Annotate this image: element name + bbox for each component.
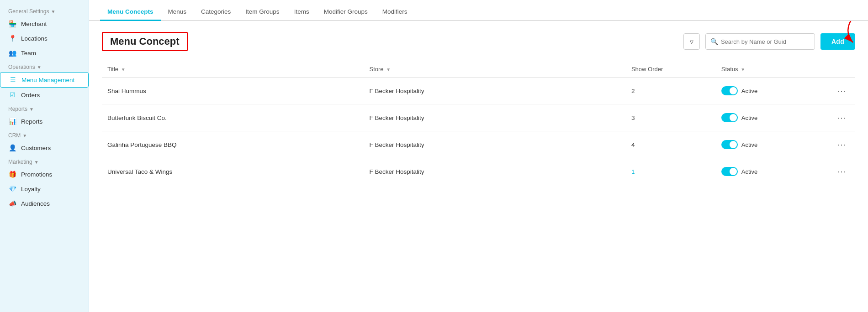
status-toggle-2[interactable]	[721, 140, 738, 149]
cell-actions-0: ⋯	[828, 78, 855, 104]
sidebar-item-audiences[interactable]: 📣Audiences	[0, 196, 89, 211]
cell-show-order-3[interactable]: 1	[626, 158, 716, 185]
cell-title-0: Shai Hummus	[102, 78, 364, 104]
sidebar-item-merchant[interactable]: 🏪Merchant	[0, 16, 89, 31]
add-button[interactable]: Add	[820, 33, 855, 50]
status-toggle-0[interactable]	[721, 86, 738, 95]
more-actions-button-2[interactable]: ⋯	[834, 138, 850, 151]
cell-show-order-0: 2	[626, 78, 716, 104]
sidebar-item-orders[interactable]: ☑Orders	[0, 88, 89, 102]
col-header-store[interactable]: Store ▼	[364, 62, 625, 78]
cell-status-3: Active	[716, 158, 828, 185]
status-toggle-3[interactable]	[721, 167, 738, 176]
cell-actions-2: ⋯	[828, 131, 855, 158]
header-actions: ▿ 🔍 Add	[683, 33, 855, 50]
col-header-status[interactable]: Status ▼	[716, 62, 828, 78]
filter-button[interactable]: ▿	[683, 33, 700, 50]
merchant-icon: 🏪	[8, 20, 16, 28]
sidebar-section-general-settings[interactable]: General Settings ▼	[0, 5, 89, 16]
chevron-icon: ▼	[34, 160, 39, 165]
search-icon: 🔍	[710, 38, 718, 45]
sidebar-item-label-promotions: Promotions	[21, 171, 52, 178]
cell-show-order-1: 3	[626, 104, 716, 131]
sidebar-section-operations[interactable]: Operations ▼	[0, 60, 89, 72]
status-label-2: Active	[741, 141, 757, 148]
audiences-icon: 📣	[8, 199, 16, 208]
sidebar-item-reports[interactable]: 📊Reports	[0, 114, 89, 129]
tab-menus[interactable]: Menus	[161, 3, 194, 21]
chevron-icon: ▼	[22, 133, 27, 138]
page-title: Menu Concept	[110, 36, 180, 47]
cell-title-3: Universal Taco & Wings	[102, 158, 364, 185]
more-actions-button-1[interactable]: ⋯	[834, 111, 850, 125]
table-row: Shai HummusF Becker Hospitality2 Active …	[102, 78, 855, 104]
page-title-box: Menu Concept	[102, 32, 188, 51]
sidebar-item-label-menu-management: Menu Management	[21, 77, 74, 83]
chevron-icon: ▼	[29, 107, 34, 112]
cell-store-0: F Becker Hospitality	[364, 78, 625, 104]
cell-title-2: Galinha Portuguese BBQ	[102, 131, 364, 158]
menu-management-icon: ☰	[9, 76, 17, 84]
locations-icon: 📍	[8, 34, 16, 42]
loyalty-icon: 💎	[8, 185, 16, 193]
status-label-1: Active	[741, 114, 757, 121]
status-toggle-1[interactable]	[721, 113, 738, 122]
sort-icon-store: ▼	[386, 67, 391, 72]
cell-status-2: Active	[716, 131, 828, 158]
table-row: Galinha Portuguese BBQF Becker Hospitali…	[102, 131, 855, 158]
section-label-text: Operations	[8, 64, 35, 70]
sidebar-item-label-orders: Orders	[21, 92, 40, 99]
section-label-text: Marketing	[8, 159, 32, 165]
sidebar-item-team[interactable]: 👥Team	[0, 46, 89, 60]
tab-modifiers[interactable]: Modifiers	[375, 3, 415, 21]
order-link-3[interactable]: 1	[631, 168, 635, 175]
sidebar-item-label-customers: Customers	[21, 145, 51, 151]
promotions-icon: 🎁	[8, 170, 16, 178]
team-icon: 👥	[8, 49, 16, 57]
section-label-text: Reports	[8, 106, 27, 112]
sidebar-item-label-locations: Locations	[21, 35, 48, 42]
status-label-0: Active	[741, 88, 757, 94]
more-actions-button-3[interactable]: ⋯	[834, 165, 850, 178]
cell-store-2: F Becker Hospitality	[364, 131, 625, 158]
col-header-actions	[828, 62, 855, 78]
customers-icon: 👤	[8, 144, 16, 152]
sidebar-section-crm[interactable]: CRM ▼	[0, 129, 89, 140]
table-row: Universal Taco & WingsF Becker Hospitali…	[102, 158, 855, 185]
sidebar-item-menu-management[interactable]: ☰Menu Management	[0, 72, 89, 88]
col-header-title[interactable]: Title ▼	[102, 62, 364, 78]
sidebar-item-promotions[interactable]: 🎁Promotions	[0, 167, 89, 182]
cell-status-1: Active	[716, 104, 828, 131]
tab-modifier-groups[interactable]: Modifier Groups	[317, 3, 375, 21]
search-input[interactable]	[721, 38, 810, 45]
status-label-3: Active	[741, 168, 757, 175]
sidebar-item-customers[interactable]: 👤Customers	[0, 140, 89, 155]
sort-icon-title: ▼	[121, 67, 126, 72]
table-header: Title ▼ Store ▼ Show Order Status ▼	[102, 62, 855, 78]
section-label-text: CRM	[8, 132, 21, 139]
filter-icon: ▿	[690, 37, 693, 46]
cell-title-1: Butterfunk Biscuit Co.	[102, 104, 364, 131]
col-header-show-order: Show Order	[626, 62, 716, 78]
sidebar-item-label-reports: Reports	[21, 118, 42, 125]
cell-actions-3: ⋯	[828, 158, 855, 185]
data-table: Title ▼ Store ▼ Show Order Status ▼	[102, 62, 855, 185]
content-area: Menu Concept ▿ 🔍 Add	[89, 21, 868, 312]
sidebar-item-locations[interactable]: 📍Locations	[0, 31, 89, 46]
page-header: Menu Concept ▿ 🔍 Add	[102, 32, 855, 51]
sidebar-section-reports[interactable]: Reports ▼	[0, 102, 89, 114]
sidebar-item-loyalty[interactable]: 💎Loyalty	[0, 182, 89, 196]
cell-actions-1: ⋯	[828, 104, 855, 131]
tab-items[interactable]: Items	[287, 3, 317, 21]
tab-categories[interactable]: Categories	[194, 3, 238, 21]
chevron-icon: ▼	[37, 65, 42, 70]
reports-icon: 📊	[8, 117, 16, 125]
tab-bar: Menu ConceptsMenusCategoriesItem GroupsI…	[89, 0, 868, 21]
sort-icon-status: ▼	[741, 67, 745, 72]
cell-store-3: F Becker Hospitality	[364, 158, 625, 185]
chevron-icon: ▼	[51, 9, 55, 14]
more-actions-button-0[interactable]: ⋯	[834, 84, 850, 98]
sidebar-section-marketing[interactable]: Marketing ▼	[0, 155, 89, 167]
tab-menu-concepts[interactable]: Menu Concepts	[100, 3, 161, 21]
tab-item-groups[interactable]: Item Groups	[238, 3, 286, 21]
